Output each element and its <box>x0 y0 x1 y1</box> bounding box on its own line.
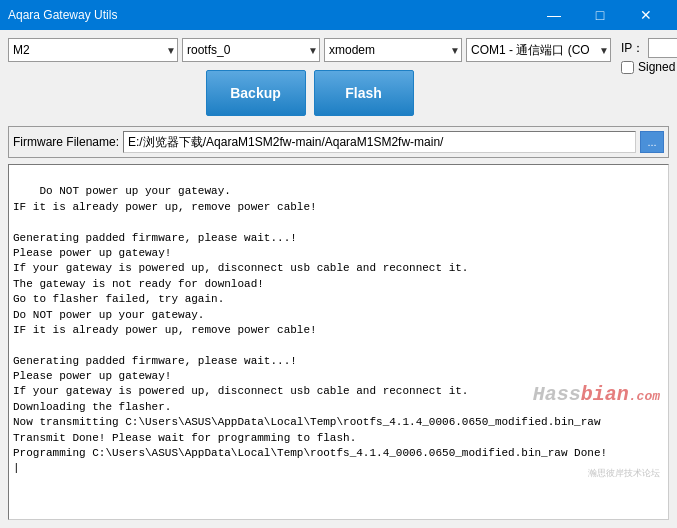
close-button[interactable]: ✕ <box>623 0 669 30</box>
ip-row: IP： <box>621 38 677 58</box>
maximize-button[interactable]: □ <box>577 0 623 30</box>
signed-firmware-checkbox[interactable] <box>621 61 634 74</box>
protocol-dropdown[interactable]: xmodem <box>324 38 462 62</box>
right-controls: IP： Signed firmware <box>621 38 677 74</box>
flash-button[interactable]: Flash <box>314 70 414 116</box>
port-dropdown-wrapper: COM1 - 通信端口 (CO ▼ <box>466 38 611 62</box>
protocol-dropdown-wrapper: xmodem ▼ <box>324 38 462 62</box>
window-title: Aqara Gateway Utils <box>8 8 531 22</box>
action-buttons-row: Backup Flash <box>8 66 611 120</box>
port-dropdown[interactable]: COM1 - 通信端口 (CO <box>466 38 611 62</box>
title-bar: Aqara Gateway Utils — □ ✕ <box>0 0 677 30</box>
partition-dropdown-wrapper: rootfs_0 ▼ <box>182 38 320 62</box>
ip-label: IP： <box>621 40 644 57</box>
log-output: Do NOT power up your gateway. IF it is a… <box>8 164 669 520</box>
filename-label: Firmware Filename: <box>13 135 119 149</box>
partition-dropdown[interactable]: rootfs_0 <box>182 38 320 62</box>
model-dropdown-wrapper: M2 ▼ <box>8 38 178 62</box>
backup-button[interactable]: Backup <box>206 70 306 116</box>
watermark-com: .com <box>629 389 660 404</box>
window-controls: — □ ✕ <box>531 0 669 30</box>
model-dropdown[interactable]: M2 <box>8 38 178 62</box>
signed-firmware-label: Signed firmware <box>638 60 677 74</box>
log-text: Do NOT power up your gateway. IF it is a… <box>13 185 607 474</box>
signed-firmware-row: Signed firmware <box>621 60 677 74</box>
filename-row: Firmware Filename: ... <box>8 126 669 158</box>
ip-input[interactable] <box>648 38 677 58</box>
watermark-subtitle: 瀚思彼岸技术论坛 <box>437 468 660 481</box>
dropdowns-row: M2 ▼ rootfs_0 ▼ xmodem ▼ <box>8 38 611 62</box>
browse-button[interactable]: ... <box>640 131 664 153</box>
filename-input[interactable] <box>123 131 636 153</box>
minimize-button[interactable]: — <box>531 0 577 30</box>
window-content: M2 ▼ rootfs_0 ▼ xmodem ▼ <box>0 30 677 528</box>
